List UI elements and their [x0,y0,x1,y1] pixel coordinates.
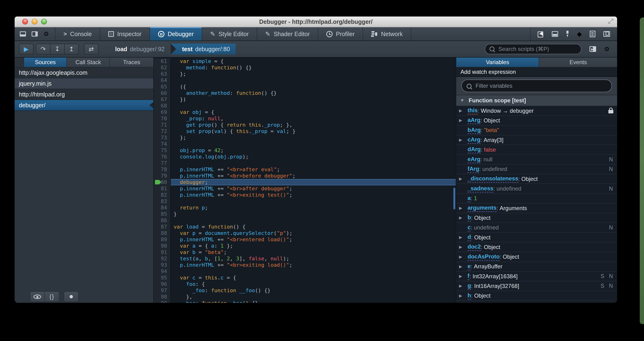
line-number[interactable]: 64 [154,77,171,84]
variable-row-e[interactable]: ▶e: ArrayBuffer [456,262,617,272]
code-line-text[interactable]: _foo: function __foo() {} [171,287,456,294]
code-line-text[interactable]: obj.prop = 42; [171,147,456,154]
code-line-text[interactable]: var simple = { [171,58,456,64]
variable-row-d[interactable]: ▶d: Object [456,233,617,242]
code-line-text[interactable]: method: function() {} [171,64,456,71]
dock-bottom-button[interactable] [20,31,26,36]
expand-arrow-icon[interactable]: ▶ [459,244,468,250]
code-line-text[interactable]: }) [171,96,456,102]
line-number[interactable]: 86 [154,217,171,224]
tab-events[interactable]: Events [539,58,617,67]
tab-call-stack[interactable]: Call Stack [67,58,110,67]
code-line-text[interactable]: _prop: null, [171,115,456,122]
code-line-text[interactable]: return p; [171,204,456,211]
line-number[interactable]: 90 [154,243,171,249]
variable-row-docasproto[interactable]: ▶docAsProto: Object [456,252,617,262]
code-line-text[interactable]: var b = "beta"; [171,249,456,256]
gear-button[interactable]: ⚙ [604,46,610,52]
variable-row-this[interactable]: ▶this: Window → debugger [456,106,617,116]
code-line-text[interactable]: var p = document.querySelector("p"); [171,230,456,236]
line-number[interactable]: 94 [154,268,171,274]
responsive-button[interactable] [604,31,610,37]
tab-profiler[interactable]: Profiler [318,27,363,40]
tab-network[interactable]: Network [363,27,411,40]
code-line-text[interactable]: }; [171,134,456,141]
code-line-text[interactable]: set prop(val) { this._prop = val; } [171,128,456,134]
line-number[interactable]: 71 [154,122,171,128]
dock-side-button[interactable] [32,31,38,36]
line-number[interactable]: 83 [154,198,171,204]
expand-arrow-icon[interactable]: ▶ [459,138,468,142]
filter-variables-input[interactable] [462,80,612,92]
code-line-text[interactable] [171,198,456,204]
gear-button[interactable]: ⚙ [44,31,49,37]
tab-sources[interactable]: Sources [24,58,67,67]
code-line-text[interactable]: var c = this.c = { [171,274,456,281]
code-line-text[interactable]: p.innerHTML += "<br>before debugger"; [171,172,456,179]
zoom-button[interactable] [41,19,47,24]
line-number[interactable]: 96 [154,281,171,287]
code-line-text[interactable] [171,102,456,109]
source-item-http-htmlpad-org[interactable]: http://htmlpad.org [15,89,153,100]
expand-arrow-icon[interactable]: ▶ [459,284,468,288]
line-number[interactable]: 79 [154,172,171,179]
expand-arrow-icon[interactable]: ▶ [459,254,468,260]
code-line-text[interactable]: ({ [171,84,456,90]
code-line-text[interactable] [171,77,456,84]
add-watch-expression[interactable]: Add watch expression [456,68,617,77]
variable-row-g[interactable]: ▶g: Int16Array[32768]SN [456,281,617,291]
code-line-text[interactable]: console.log(obj.prop); [171,154,456,160]
expand-arrow-icon[interactable]: ▶ [459,176,468,181]
code-line-text[interactable]: p.innerHTML += "<br>after debugger"; [171,185,456,192]
variable-row-doc2[interactable]: ▶doc2: Object [456,242,617,252]
expand-arrow-icon[interactable]: ▶ [459,264,468,269]
breadcrumb-test[interactable]: testdebugger/:80 [171,44,236,54]
code-line-text[interactable]: p.innerHTML += "<br>exiting load()"; [171,262,456,268]
line-number[interactable]: 61 [154,58,171,64]
editor-scrollbar-thumb[interactable] [454,188,455,210]
line-number[interactable]: 66 [154,90,171,96]
line-number[interactable]: 98 [154,294,171,300]
code-line-text[interactable]: var a = { a: 1 }; [171,243,456,249]
code-line-text[interactable]: test(a, b, [1, 2, 3], false, null); [171,256,456,262]
function-scope-header[interactable]: ▼ Function scope [test] [456,95,617,106]
variable-row-darg[interactable]: ▶dArg: false [456,145,617,155]
line-number[interactable]: 62 [154,64,171,71]
line-number[interactable]: 75 [154,147,171,154]
line-number[interactable]: 72 [154,128,171,134]
code-line-text[interactable] [171,217,456,224]
source-item-jquery-min-js[interactable]: jquery.min.js [15,78,153,89]
code-line-text[interactable] [171,160,456,166]
resize-icon[interactable]: ⤢ [608,18,613,25]
tab-traces[interactable]: Traces [110,58,153,67]
variable-row-aarg[interactable]: ▶aArg: Object [456,116,617,126]
line-number[interactable]: 68 [154,102,171,109]
line-number[interactable]: 88 [154,230,171,236]
expand-panes-button[interactable] [590,46,596,52]
line-number[interactable]: 70 [154,115,171,122]
braces-button[interactable]: {} [44,291,60,302]
code-line-text[interactable] [171,268,456,274]
line-number[interactable]: 99 [154,300,171,303]
resume-button[interactable]: ▶ [19,44,34,54]
pick-button[interactable] [538,31,544,37]
code-line-text[interactable]: debugger; [171,179,456,185]
variable-row-farg[interactable]: ▶fArg: undefinedN [456,164,617,174]
code-line-text[interactable]: p.innerHTML += "<br>entered load()"; [171,236,456,243]
line-number[interactable]: 92 [154,256,171,262]
line-number[interactable]: 81 [154,185,171,192]
minimize-button[interactable] [32,19,38,24]
line-number[interactable]: 65 [154,84,171,90]
variable-row-carg[interactable]: ▶cArg: Array[3] [456,135,617,145]
eye-button[interactable] [30,291,45,302]
variable-row-disconsolateness[interactable]: ▶_disconsolateness: Object [456,174,617,184]
variable-row-earg[interactable]: ▶eArg: nullN [456,155,617,164]
variable-row-c[interactable]: ▶c: undefinedN [456,223,617,233]
variable-row-arguments[interactable]: ▶arguments: Arguments [456,204,617,213]
paintbrush-button[interactable] [566,31,569,37]
tab-inspector[interactable]: Inspector [100,27,150,40]
step-over-button[interactable]: ↷ [36,44,50,54]
line-number[interactable]: 91 [154,249,171,256]
variable-row-f[interactable]: ▶f: Int32Array[16384]SN [456,272,617,281]
close-button[interactable] [22,19,28,24]
